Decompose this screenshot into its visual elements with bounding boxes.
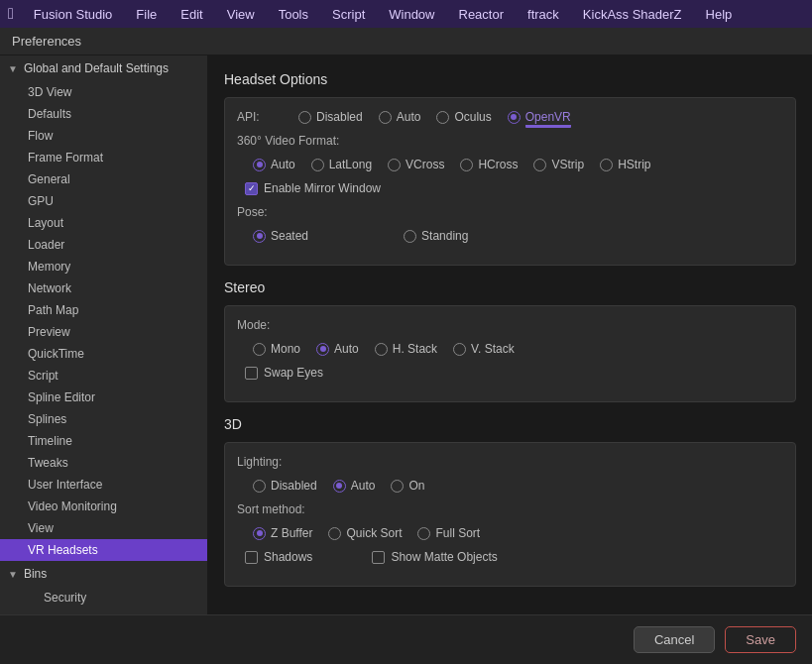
- api-oculus-option[interactable]: Oculus: [436, 110, 491, 124]
- mirror-window-checkbox-label[interactable]: Enable Mirror Window: [245, 181, 381, 195]
- shadows-checkbox[interactable]: [245, 551, 258, 564]
- sort-zbuffer-radio[interactable]: [253, 527, 266, 540]
- lighting-on-radio[interactable]: [391, 480, 404, 493]
- sidebar-item-3dview[interactable]: 3D View: [0, 81, 207, 103]
- vf-hstrip-radio[interactable]: [600, 159, 613, 171]
- sidebar-item-splines[interactable]: Splines: [0, 408, 207, 430]
- mode-mono-radio[interactable]: [253, 343, 266, 356]
- pose-seated-option[interactable]: Seated: [253, 229, 308, 243]
- sidebar-item-network[interactable]: Network: [0, 277, 207, 299]
- titlebar: Preferences: [0, 28, 812, 55]
- mode-hstack-option[interactable]: H. Stack: [375, 342, 437, 356]
- api-openvr-radio[interactable]: [508, 111, 521, 124]
- mode-mono-option[interactable]: Mono: [253, 342, 300, 356]
- sidebar-item-script[interactable]: Script: [0, 365, 207, 387]
- menu-view[interactable]: View: [223, 5, 259, 24]
- mode-auto-option[interactable]: Auto: [316, 342, 359, 356]
- menu-kickass[interactable]: KickAss ShaderZ: [579, 5, 686, 24]
- api-disabled-radio[interactable]: [298, 111, 311, 124]
- menu-file[interactable]: File: [132, 5, 161, 24]
- sidebar-item-gpu[interactable]: GPU: [0, 190, 207, 212]
- sidebar-item-splineeditor[interactable]: Spline Editor: [0, 387, 207, 408]
- video-format-label: 360° Video Format:: [237, 134, 346, 148]
- lighting-auto-option[interactable]: Auto: [333, 479, 376, 493]
- swap-eyes-checkbox[interactable]: [245, 367, 258, 380]
- save-button[interactable]: Save: [725, 626, 796, 653]
- sort-quicksort-option[interactable]: Quick Sort: [328, 526, 402, 540]
- sort-zbuffer-option[interactable]: Z Buffer: [253, 526, 312, 540]
- sidebar-item-vrheadsets[interactable]: VR Headsets: [0, 539, 207, 561]
- stereo-title: Stereo: [224, 279, 796, 295]
- sidebar-item-defaults[interactable]: Defaults: [0, 103, 207, 125]
- api-disabled-option[interactable]: Disabled: [298, 110, 363, 124]
- lighting-on-option[interactable]: On: [391, 479, 424, 493]
- sort-fullsort-option[interactable]: Full Sort: [417, 526, 480, 540]
- vf-vstrip-option[interactable]: VStrip: [533, 158, 584, 171]
- menu-window[interactable]: Window: [385, 5, 438, 24]
- vf-hcross-option[interactable]: HCross: [460, 158, 518, 171]
- sidebar-item-loader[interactable]: Loader: [0, 234, 207, 256]
- vf-vcross-radio[interactable]: [388, 159, 401, 171]
- pose-standing-option[interactable]: Standing: [404, 229, 468, 243]
- vf-hcross-radio[interactable]: [460, 159, 473, 171]
- sidebar-item-flow[interactable]: Flow: [0, 125, 207, 147]
- lighting-disabled-option[interactable]: Disabled: [253, 479, 317, 493]
- global-chevron-icon: ▼: [8, 63, 18, 74]
- vf-vcross-option[interactable]: VCross: [388, 158, 444, 171]
- sidebar-item-quicktime[interactable]: QuickTime: [0, 343, 207, 365]
- sort-fullsort-radio[interactable]: [417, 527, 430, 540]
- pose-seated-radio[interactable]: [253, 230, 266, 243]
- api-auto-radio[interactable]: [379, 111, 392, 124]
- menu-reactor[interactable]: Reactor: [455, 5, 509, 24]
- sidebar-item-videomonitoring[interactable]: Video Monitoring: [0, 496, 207, 517]
- menu-tools[interactable]: Tools: [275, 5, 312, 24]
- sidebar-item-memory[interactable]: Memory: [0, 256, 207, 277]
- sidebar-item-layout[interactable]: Layout: [0, 212, 207, 234]
- sidebar-item-preview[interactable]: Preview: [0, 321, 207, 343]
- mirror-window-checkbox[interactable]: [245, 182, 258, 195]
- sidebar-global-section[interactable]: ▼ Global and Default Settings: [0, 55, 207, 81]
- swap-eyes-label[interactable]: Swap Eyes: [245, 366, 323, 380]
- mode-radio-group: Mono Auto H. Stack V. Stack: [253, 342, 515, 356]
- api-openvr-option[interactable]: OpenVR: [508, 110, 571, 124]
- api-auto-option[interactable]: Auto: [379, 110, 421, 124]
- sidebar-item-general[interactable]: General: [0, 168, 207, 190]
- vf-auto-option[interactable]: Auto: [253, 158, 295, 171]
- menu-app[interactable]: Fusion Studio: [30, 5, 117, 24]
- vf-auto-radio[interactable]: [253, 159, 266, 171]
- sidebar-item-security[interactable]: Security: [0, 587, 207, 609]
- sidebar-item-tweaks[interactable]: Tweaks: [0, 452, 207, 474]
- vf-hstrip-option[interactable]: HStrip: [600, 158, 650, 171]
- shadows-label[interactable]: Shadows: [245, 550, 312, 564]
- show-matte-checkbox[interactable]: [372, 551, 385, 564]
- sidebar-item-frameformat[interactable]: Frame Format: [0, 147, 207, 168]
- vf-vstrip-radio[interactable]: [533, 159, 546, 171]
- lighting-disabled-radio[interactable]: [253, 480, 266, 493]
- sidebar-item-pathmap[interactable]: Path Map: [0, 299, 207, 321]
- menu-ftrack[interactable]: ftrack: [523, 5, 563, 24]
- sort-quicksort-radio[interactable]: [328, 527, 341, 540]
- mode-auto-radio[interactable]: [316, 343, 329, 356]
- pose-standing-radio[interactable]: [404, 230, 416, 243]
- vf-latlong-radio[interactable]: [311, 159, 324, 171]
- api-oculus-radio[interactable]: [436, 111, 449, 124]
- vf-latlong-option[interactable]: LatLong: [311, 158, 372, 171]
- lighting-auto-radio[interactable]: [333, 480, 346, 493]
- menu-edit[interactable]: Edit: [176, 5, 206, 24]
- pose-label: Pose:: [237, 205, 287, 219]
- shadows-text: Shadows: [264, 550, 312, 564]
- menu-script[interactable]: Script: [328, 5, 369, 24]
- sidebar-item-timeline[interactable]: Timeline: [0, 430, 207, 452]
- cancel-button[interactable]: Cancel: [634, 626, 715, 653]
- lighting-label: Lighting:: [237, 455, 287, 469]
- apple-menu-icon[interactable]: : [8, 5, 14, 23]
- menu-help[interactable]: Help: [702, 5, 737, 24]
- sidebar-item-view[interactable]: View: [0, 517, 207, 539]
- menubar:  Fusion Studio File Edit View Tools Scr…: [0, 0, 812, 28]
- mode-hstack-radio[interactable]: [375, 343, 388, 356]
- sidebar-item-userinterface[interactable]: User Interface: [0, 474, 207, 496]
- show-matte-objects-label[interactable]: Show Matte Objects: [372, 550, 497, 564]
- mode-vstack-radio[interactable]: [453, 343, 466, 356]
- mode-vstack-option[interactable]: V. Stack: [453, 342, 515, 356]
- sidebar-bins-section[interactable]: ▼ Bins: [0, 561, 207, 587]
